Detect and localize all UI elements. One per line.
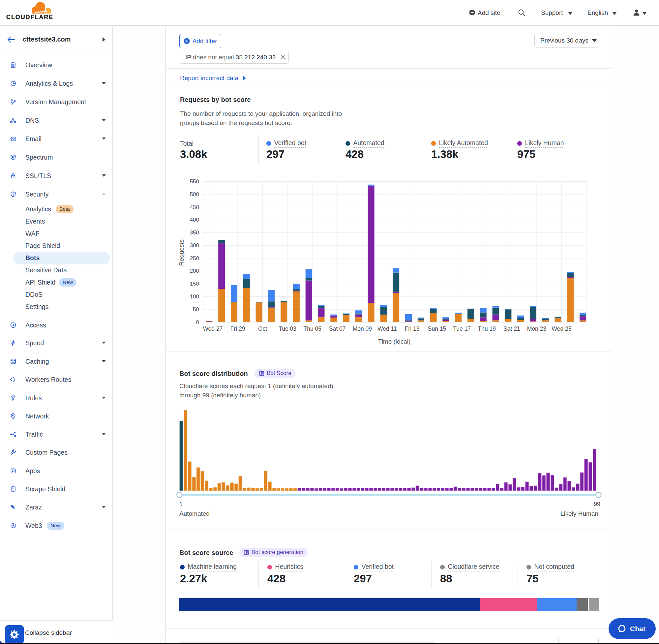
svg-text:Tue 17: Tue 17 [453,325,471,332]
svg-text:250: 250 [190,255,199,261]
svg-text:Wed 25: Wed 25 [552,325,572,332]
svg-text:Requests: Requests [178,239,185,266]
svg-text:150: 150 [190,281,199,287]
svg-text:300: 300 [190,243,199,249]
svg-text:Wed 11: Wed 11 [377,325,397,332]
svg-text:500: 500 [190,191,199,198]
svg-text:Thu 05: Thu 05 [303,325,321,332]
svg-text:Thu 19: Thu 19 [478,325,496,332]
svg-text:Fri 29: Fri 29 [231,325,245,332]
svg-text:Time (local): Time (local) [378,338,411,345]
svg-text:450: 450 [190,204,199,210]
svg-text:Fri 13: Fri 13 [405,325,420,332]
svg-text:Sat 07: Sat 07 [329,325,346,332]
svg-text:Sun 15: Sun 15 [428,325,446,332]
svg-text:550: 550 [190,178,199,185]
svg-text:50: 50 [193,306,199,313]
svg-text:200: 200 [190,268,199,274]
svg-text:0: 0 [196,319,199,325]
svg-text:Tue 03: Tue 03 [279,325,297,332]
svg-text:Mon 23: Mon 23 [527,325,546,332]
svg-text:Wed 27: Wed 27 [203,325,222,332]
svg-text:Sat 21: Sat 21 [503,325,520,332]
svg-text:350: 350 [190,230,199,236]
svg-text:Mon 09: Mon 09 [353,325,372,332]
svg-text:100: 100 [190,294,199,300]
svg-text:400: 400 [190,217,199,223]
svg-text:Oct: Oct [258,325,267,332]
